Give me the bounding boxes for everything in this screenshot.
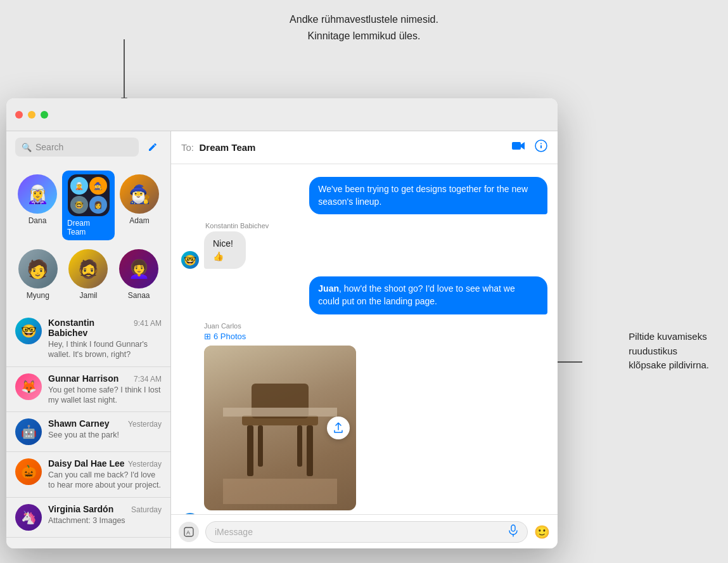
message-input[interactable]: iMessage	[205, 521, 528, 543]
main-content: 🔍 Search 🧝‍♀️ Dana	[6, 131, 558, 548]
message-2: Nice! 👍	[204, 231, 246, 269]
message-2-wrapper: 🤓 Konstantin Babichev Nice! 👍	[181, 222, 269, 269]
search-bar[interactable]: 🔍 Search	[15, 138, 139, 157]
right-annotation-line3: klõpsake pildivirna.	[629, 358, 709, 373]
minimize-button[interactable]	[28, 111, 35, 119]
conv-avatar-virginia: 🦄	[15, 504, 42, 531]
contact-label-dreamteam: Dream Team	[67, 219, 110, 236]
conv-info-daisy: Daisy Dal Hae Lee Yesterday Can you call…	[48, 458, 162, 491]
photo-count-row: ⊞ 6 Photos	[204, 332, 356, 341]
messages-window: 🔍 Search 🧝‍♀️ Dana	[6, 98, 558, 548]
chat-to-label: To:	[181, 142, 194, 153]
conv-avatar-daisy: 🎃	[15, 458, 42, 485]
svg-rect-11	[223, 479, 337, 504]
avatar-myung: 🧑	[18, 249, 58, 288]
pinned-contact-dana[interactable]: 🧝‍♀️ Dana	[13, 171, 62, 240]
svg-rect-10	[223, 408, 337, 417]
conv-item-gunnar[interactable]: 🦊 Gunnar Harrison 7:34 AM You get home s…	[6, 367, 170, 413]
msg-content-kb: Konstantin Babichev Nice! 👍	[204, 222, 269, 269]
emoji-button[interactable]: 🙂	[534, 524, 550, 540]
conv-preview-daisy: Can you call me back? I'd love to hear m…	[48, 470, 162, 491]
conv-item-kb[interactable]: 🤓 Konstantin Babichev 9:41 AM Hey, I thi…	[6, 311, 170, 367]
pinned-contact-jamil[interactable]: 🧔 Jamil	[63, 245, 113, 304]
avatar-adam: 🧙‍♂️	[120, 174, 159, 214]
info-icon[interactable]	[535, 139, 547, 155]
sidebar-header: 🔍 Search	[6, 131, 170, 163]
pinned-contact-adam[interactable]: 🧙‍♂️ Adam	[115, 171, 164, 240]
annotation-line-1: Andke rühmavestlustele nimesid.	[290, 11, 438, 28]
avatar-sanaa: 👩‍🦱	[119, 249, 158, 288]
svg-rect-9	[297, 425, 302, 467]
conv-top-gunnar: Gunnar Harrison 7:34 AM	[48, 373, 162, 384]
conv-preview-virginia: Attachment: 3 Images	[48, 515, 162, 526]
pinned-contact-dreamteam[interactable]: 🧝 🧙 🤓 👩 Dream Team	[62, 171, 115, 240]
photo-stack[interactable]	[204, 346, 356, 510]
message-placeholder: iMessage	[215, 527, 253, 537]
pinned-row-1: 🧝‍♀️ Dana 🧝 🧙 🤓 👩 Dream Team	[6, 168, 170, 243]
search-input-label: Search	[35, 142, 63, 152]
pinned-section: 🧝‍♀️ Dana 🧝 🧙 🤓 👩 Dream Team	[6, 163, 170, 311]
conv-avatar-shawn: 🤖	[15, 418, 42, 445]
video-call-icon[interactable]	[512, 141, 526, 154]
right-annotation: Piltide kuvamiseks ruudustikus klõpsake …	[629, 330, 709, 373]
conv-item-shawn[interactable]: 🤖 Shawn Carney Yesterday See you at the …	[6, 412, 170, 452]
annotation-line-2: Kinnitage lemmikud üles.	[308, 28, 421, 44]
contact-label-sanaa: Sanaa	[128, 291, 150, 300]
audio-input-icon[interactable]	[508, 524, 518, 540]
conv-info-virginia: Virginia Sardón Saturday Attachment: 3 I…	[48, 504, 162, 526]
conv-item-daisy[interactable]: 🎃 Daisy Dal Hae Lee Yesterday Can you ca…	[6, 452, 170, 498]
message-3: Juan, how'd the shoot go? I'd love to se…	[309, 276, 547, 314]
group-avatar-item-4: 👩	[89, 196, 107, 214]
conv-preview-gunnar: You get home safe? I think I lost my wal…	[48, 385, 162, 406]
contact-label-adam: Adam	[129, 216, 149, 225]
conv-info-shawn: Shawn Carney Yesterday See you at the pa…	[48, 418, 162, 440]
svg-point-3	[540, 143, 542, 145]
titlebar	[6, 98, 558, 131]
conv-name-virginia: Virginia Sardón	[48, 504, 113, 514]
msg-sender-kb: Konstantin Babichev	[205, 222, 269, 230]
input-bar: A iMessage 🙂	[171, 514, 558, 548]
group-avatar-item-3: 🤓	[70, 196, 88, 214]
conv-top-kb: Konstantin Babichev 9:41 AM	[48, 318, 162, 338]
svg-rect-14	[511, 525, 515, 531]
close-button[interactable]	[15, 111, 23, 119]
annotation-area: Andke rühmavestlustele nimesid. Kinnitag…	[0, 0, 728, 98]
svg-rect-7	[307, 425, 313, 476]
contact-label-myung: Myung	[27, 291, 49, 300]
pinned-row-2: 🧑 Myung 🧔 Jamil 👩‍🦱	[6, 243, 170, 306]
conv-time-daisy: Yesterday	[128, 460, 162, 469]
conv-avatar-kb: 🤓	[15, 318, 42, 344]
app-store-button[interactable]: A	[179, 522, 199, 542]
compose-button[interactable]	[144, 138, 162, 156]
photo-sender-name: Juan Carlos	[204, 322, 356, 330]
msg-avatar-kb: 🤓	[181, 251, 199, 269]
conv-time-shawn: Yesterday	[128, 420, 162, 429]
conv-avatar-gunnar: 🦊	[15, 373, 42, 400]
maximize-button[interactable]	[41, 111, 48, 119]
conv-info-gunnar: Gunnar Harrison 7:34 AM You get home saf…	[48, 373, 162, 406]
pinned-contact-sanaa[interactable]: 👩‍🦱 Sanaa	[114, 245, 163, 304]
svg-rect-8	[258, 425, 263, 467]
messages-area: We've been trying to get designs togethe…	[171, 164, 558, 514]
contact-label-dana: Dana	[29, 216, 47, 225]
conv-item-virginia[interactable]: 🦄 Virginia Sardón Saturday Attachment: 3…	[6, 498, 170, 538]
chat-header-icons	[512, 139, 547, 155]
svg-rect-2	[540, 145, 542, 148]
contact-label-jamil: Jamil	[79, 291, 97, 300]
conv-preview-kb: Hey, I think I found Gunnar's wallet. It…	[48, 339, 162, 360]
conv-top-shawn: Shawn Carney Yesterday	[48, 418, 162, 429]
photo-count: 6 Photos	[214, 332, 246, 341]
conv-top-virginia: Virginia Sardón Saturday	[48, 504, 162, 514]
avatar-jamil: 🧔	[68, 249, 108, 288]
annotation-arrow	[124, 39, 125, 103]
conv-name-daisy: Daisy Dal Hae Lee	[48, 458, 125, 469]
svg-rect-0	[512, 142, 521, 150]
conv-info-kb: Konstantin Babichev 9:41 AM Hey, I think…	[48, 318, 162, 360]
traffic-lights	[15, 111, 48, 119]
group-avatar-item-1: 🧝	[70, 177, 88, 195]
conv-name-gunnar: Gunnar Harrison	[48, 373, 118, 384]
conv-top-daisy: Daisy Dal Hae Lee Yesterday	[48, 458, 162, 469]
svg-text:A: A	[186, 529, 190, 536]
pinned-contact-myung[interactable]: 🧑 Myung	[13, 245, 63, 304]
share-photo-button[interactable]	[327, 417, 350, 439]
